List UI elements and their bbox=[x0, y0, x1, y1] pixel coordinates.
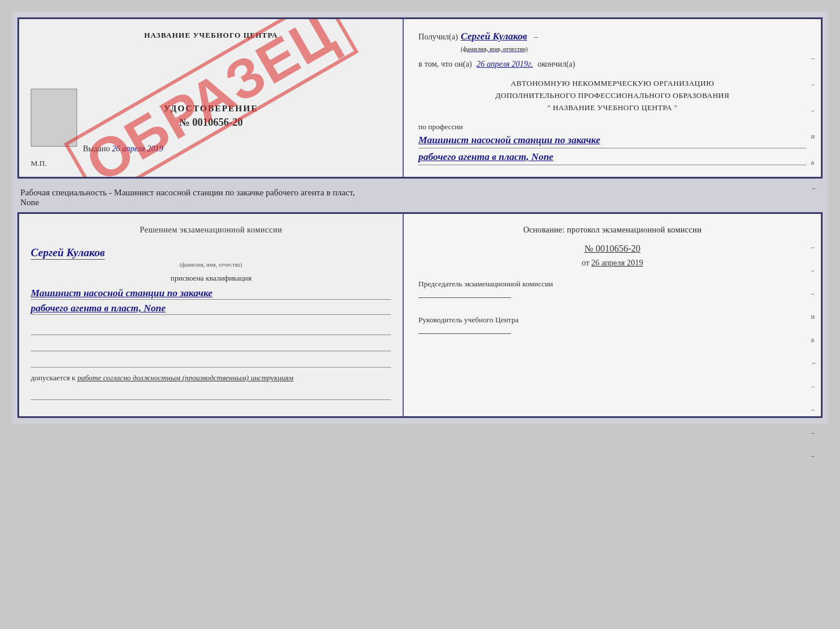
udostoverenie-section: УДОСТОВЕРЕНИЕ № 0010656-20 bbox=[31, 104, 391, 129]
dopusk-work: работе согласно должностным (производств… bbox=[77, 373, 293, 382]
dash-right: – bbox=[534, 32, 538, 42]
blank-line3 bbox=[31, 356, 391, 368]
bottom-document: Решением экзаменационной комиссии Сергей… bbox=[17, 212, 823, 418]
ot-date: от 26 апреля 2019 bbox=[418, 259, 806, 268]
ot-date-value: 26 апреля 2019 bbox=[591, 259, 643, 267]
side-dashes-bottom: –––иа←–––– bbox=[811, 243, 818, 460]
info-text-block: Рабочая специальность - Машинист насосно… bbox=[17, 183, 823, 212]
osnovanie-label: Основание: протокол экзаменационной коми… bbox=[418, 226, 806, 235]
org-line2: ДОПОЛНИТЕЛЬНОГО ПРОФЕССИОНАЛЬНОГО ОБРАЗО… bbox=[418, 90, 806, 102]
prisvoena-text: присвоена квалификация bbox=[31, 274, 391, 283]
mp-label: М.П. bbox=[31, 159, 46, 168]
blank-line1 bbox=[31, 323, 391, 335]
profession-line2: рабочего агента в пласт, None bbox=[418, 151, 806, 165]
ot-label: от bbox=[582, 259, 589, 267]
rukovoditel-label: Руководитель учебного Центра bbox=[418, 315, 806, 325]
org-line3: " НАЗВАНИЕ УЧЕБНОГО ЦЕНТРА " bbox=[418, 102, 806, 114]
top-document: НАЗВАНИЕ УЧЕБНОГО ЦЕНТРА ОБРАЗЕЦ УДОСТОВ… bbox=[17, 17, 823, 179]
poluchil-label: Получил(а) bbox=[418, 32, 458, 42]
vydano-date: 26 апреля 2019 bbox=[112, 144, 163, 153]
bottom-right-panel: Основание: протокол экзаменационной коми… bbox=[404, 214, 821, 416]
vtom-date: 26 апреля 2019г. bbox=[477, 60, 533, 69]
rukovoditel-block: Руководитель учебного Центра bbox=[418, 315, 806, 334]
info-line1: Рабочая специальность - Машинист насосно… bbox=[20, 188, 820, 198]
poluchil-name: Сергей Кулаков (фамилия, имя, отчество) bbox=[461, 31, 528, 54]
resheniem-text: Решением экзаменационной комиссии bbox=[31, 226, 391, 235]
okончил-label: окончил(а) bbox=[538, 60, 575, 69]
osnovanie-block: Основание: протокол экзаменационной коми… bbox=[418, 226, 806, 235]
vtom-block: в том, что он(а) 26 апреля 2019г. окончи… bbox=[418, 60, 806, 69]
udostoverenie-number: № 0010656-20 bbox=[31, 117, 391, 129]
kvalif-line1: Машинист насосной станции по закачке bbox=[31, 288, 391, 300]
chairman-label: Председатель экзаменационной комиссии bbox=[418, 279, 806, 289]
top-left-title: НАЗВАНИЕ УЧЕБНОГО ЦЕНТРА bbox=[31, 31, 391, 40]
po-professii-label: по профессии bbox=[418, 122, 806, 132]
top-left-panel: НАЗВАНИЕ УЧЕБНОГО ЦЕНТРА ОБРАЗЕЦ УДОСТОВ… bbox=[19, 19, 404, 177]
photo-placeholder bbox=[31, 89, 77, 147]
familiya-hint-top: (фамилия, имя, отчество) bbox=[461, 46, 528, 52]
org-line1: АВТОНОМНУЮ НЕКОММЕРЧЕСКУЮ ОРГАНИЗАЦИЮ bbox=[418, 78, 806, 90]
kvalif-line2: рабочего агента в пласт, None bbox=[31, 303, 391, 315]
blank-line2 bbox=[31, 340, 391, 351]
protocol-number: № 0010656-20 bbox=[418, 243, 806, 254]
bottom-left-panel: Решением экзаменационной комиссии Сергей… bbox=[19, 214, 404, 416]
bottom-familiya-hint: (фамилия, имя, отчество) bbox=[31, 261, 391, 268]
chairman-block: Председатель экзаменационной комиссии bbox=[418, 279, 806, 298]
page-container: НАЗВАНИЕ УЧЕБНОГО ЦЕНТРА ОБРАЗЕЦ УДОСТОВ… bbox=[12, 12, 828, 424]
udostoverenie-title: УДОСТОВЕРЕНИЕ bbox=[31, 104, 391, 114]
blank-line4 bbox=[31, 388, 391, 400]
info-line2: None bbox=[20, 198, 820, 208]
top-right-panel: Получил(а) Сергей Кулаков (фамилия, имя,… bbox=[404, 19, 821, 177]
vydano-label: Выдано bbox=[83, 144, 110, 153]
poluchil-block: Получил(а) Сергей Кулаков (фамилия, имя,… bbox=[418, 31, 806, 54]
bottom-name: Сергей Кулаков bbox=[31, 246, 105, 260]
profession-line1: Машинист насосной станции по закачке bbox=[418, 134, 806, 148]
org-block: АВТОНОМНУЮ НЕКОММЕРЧЕСКУЮ ОРГАНИЗАЦИЮ ДО… bbox=[418, 78, 806, 114]
rukovoditel-sign-line bbox=[418, 333, 511, 334]
vydano-line: Выдано 26 апреля 2019 bbox=[83, 144, 164, 154]
vtom-label: в том, что он(а) bbox=[418, 60, 472, 69]
chairman-sign-line bbox=[418, 297, 511, 298]
dopuskaetsya-text: допускается к работе согласно должностны… bbox=[31, 373, 391, 383]
